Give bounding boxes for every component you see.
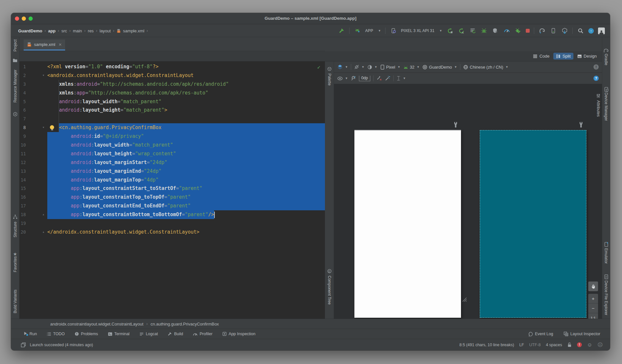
code-line-12[interactable]: 12 android:layout_marginStart="24dp" bbox=[19, 158, 325, 167]
device-preview-selected-root[interactable] bbox=[480, 130, 586, 318]
smiley-feedback-icon[interactable]: ☺ bbox=[587, 342, 592, 348]
tool-window-button-build-variants[interactable]: Build Variants bbox=[11, 290, 19, 313]
code-editor[interactable]: ✓ 1<?xml version="1.0" encoding="utf-8"?… bbox=[19, 61, 325, 319]
code-line-18[interactable]: 18▴ app:layout_constraintBottom_toBottom… bbox=[19, 210, 325, 219]
zoom-out-button[interactable]: − bbox=[588, 303, 598, 313]
code-line-19[interactable]: 19 bbox=[19, 219, 325, 228]
device-dropdown[interactable]: Pixel▼ bbox=[380, 65, 400, 70]
device-config-wrench-icon[interactable] bbox=[579, 122, 584, 128]
tool-window-button-profiler[interactable]: Profiler bbox=[193, 332, 213, 336]
autoconnect-off-icon[interactable] bbox=[351, 76, 356, 81]
tool-window-button-structure[interactable]: Structure bbox=[11, 222, 19, 237]
gradle-icon[interactable] bbox=[604, 48, 609, 53]
code-line-17[interactable]: 17 app:layout_constraintEnd_toEndOf="par… bbox=[19, 202, 325, 210]
device-preview-default[interactable] bbox=[354, 130, 461, 318]
sdk-manager-icon[interactable] bbox=[561, 27, 568, 34]
code-line-10[interactable]: 10 android:layout_width="match_parent" bbox=[19, 141, 325, 149]
component-tree-label[interactable]: Component Tree bbox=[325, 276, 334, 304]
background-tasks-icon[interactable] bbox=[21, 342, 26, 347]
line-ending[interactable]: LF bbox=[519, 343, 524, 347]
view-mode-split[interactable]: Split bbox=[553, 53, 573, 60]
profile-shield-icon[interactable] bbox=[492, 27, 499, 34]
code-line-11[interactable]: 11 android:layout_height="wrap_content" bbox=[19, 149, 325, 158]
code-line-5[interactable]: 5 android:layout_width="match_parent" bbox=[19, 97, 325, 106]
tool-window-button-terminal[interactable]: Terminal bbox=[108, 332, 130, 336]
code-line-4[interactable]: 4 xmlns:app="http://schemas.android.com/… bbox=[19, 89, 325, 97]
attributes-label[interactable]: Attributes bbox=[595, 100, 602, 117]
breadcrumb-item-main[interactable]: main bbox=[73, 28, 82, 33]
structure-icon[interactable] bbox=[13, 214, 18, 219]
api-level-dropdown[interactable]: 32▼ bbox=[403, 65, 420, 70]
chevron-down-icon[interactable]: ▼ bbox=[378, 29, 381, 32]
tool-window-button-gradle[interactable]: Gradle bbox=[602, 54, 610, 65]
caret-position[interactable]: 8:5 (491 chars, 10 line breaks) bbox=[459, 343, 514, 347]
user-avatar[interactable] bbox=[598, 28, 605, 34]
view-options-icon[interactable]: ▼ bbox=[337, 76, 348, 81]
code-line-6[interactable]: 6 android:layout_height="match_parent"> bbox=[19, 106, 325, 115]
attributes-sliders-icon[interactable] bbox=[596, 93, 601, 98]
device-file-explorer-icon[interactable] bbox=[604, 274, 609, 279]
frown-feedback-icon[interactable]: ☹ bbox=[597, 342, 603, 348]
device-manager-icon[interactable] bbox=[550, 27, 557, 34]
tool-window-button-logcat[interactable]: Logcat bbox=[139, 332, 158, 336]
device-selector[interactable]: PIXEL 3 XL API 31 bbox=[401, 28, 434, 33]
tool-window-button-event-log[interactable]: Event Log bbox=[528, 332, 553, 336]
resource-manager-icon[interactable] bbox=[13, 112, 18, 117]
tool-window-button-layout-inspector[interactable]: Layout Inspector bbox=[564, 332, 600, 336]
fold-marker-icon[interactable]: ▴ bbox=[41, 228, 46, 237]
component-tree-icon[interactable] bbox=[327, 269, 332, 274]
unlock-icon[interactable] bbox=[567, 342, 572, 347]
tool-window-button-device-file-explorer[interactable]: Device File Explorer bbox=[602, 281, 610, 315]
build-hammer-icon[interactable] bbox=[338, 27, 345, 34]
code-line-9[interactable]: 9 android:id="@+id/privacy" bbox=[19, 132, 325, 141]
tool-window-button-resource-manager[interactable]: Resource Manager bbox=[11, 70, 19, 103]
profiler-gauge-icon[interactable] bbox=[503, 27, 510, 34]
attach-debugger-icon[interactable] bbox=[514, 27, 522, 34]
device-config-wrench-icon[interactable] bbox=[453, 122, 458, 128]
guideline-tool-icon[interactable]: ▼ bbox=[397, 76, 406, 81]
tool-window-button-run[interactable]: Run bbox=[23, 331, 37, 336]
breadcrumb-item-res[interactable]: res bbox=[88, 28, 94, 33]
breadcrumb-item-app[interactable]: app bbox=[48, 28, 55, 33]
search-icon[interactable] bbox=[577, 27, 584, 34]
stop-icon[interactable] bbox=[526, 29, 530, 33]
indent-setting[interactable]: 4 spaces bbox=[546, 343, 562, 347]
code-line-16[interactable]: 16 app:layout_constraintTop_toTopOf="par… bbox=[19, 193, 325, 202]
tool-window-button-project[interactable]: Project bbox=[11, 39, 19, 51]
emulator-icon[interactable] bbox=[604, 242, 609, 247]
breadcrumb-root-tag[interactable]: androidx.constraintlayout.widget.Constra… bbox=[50, 322, 144, 326]
run-tasks-icon[interactable] bbox=[469, 27, 476, 34]
device-manager-side-icon[interactable] bbox=[604, 87, 609, 92]
rerun-icon[interactable] bbox=[446, 27, 454, 34]
tool-window-button-todo[interactable]: TODO bbox=[47, 332, 65, 336]
tool-window-button-build[interactable]: Build bbox=[167, 332, 183, 336]
status-message[interactable]: Launch succeeded (4 minutes ago) bbox=[30, 343, 93, 347]
gradle-sync-icon[interactable] bbox=[538, 27, 546, 34]
code-line-15[interactable]: 15 app:layout_constraintStart_toStartOf=… bbox=[19, 184, 325, 193]
code-line-8[interactable]: 8▾ <cn.authing.guard.PrivacyConfirmBox bbox=[19, 123, 325, 132]
code-line-14[interactable]: 14 android:layout_marginTop="4dp" bbox=[19, 176, 325, 184]
fold-marker-icon[interactable]: ▾ bbox=[41, 71, 46, 80]
theme-mode-selector[interactable]: ▼ bbox=[367, 65, 377, 70]
fold-marker-icon[interactable]: ▾ bbox=[41, 123, 46, 132]
breadcrumb-item-GuardDemo[interactable]: GuardDemo bbox=[18, 28, 42, 33]
locale-dropdown[interactable]: Chinese (zh / CN)▼ bbox=[463, 65, 508, 70]
view-mode-code[interactable]: Code bbox=[530, 53, 552, 60]
tool-window-button-emulator[interactable]: Emulator bbox=[602, 248, 610, 264]
default-margin-selector[interactable]: 0dp bbox=[359, 76, 370, 81]
code-line-7[interactable]: 7 bbox=[19, 115, 325, 123]
tool-window-button-problems[interactable]: Problems bbox=[75, 332, 98, 336]
tab-sample-xml[interactable]: <> sample.xml ✕ bbox=[24, 39, 65, 50]
design-surface-selector[interactable]: ▼ bbox=[337, 64, 348, 70]
theme-dropdown[interactable]: GuardDemo▼ bbox=[422, 65, 457, 70]
orientation-selector[interactable]: ▼ bbox=[354, 64, 364, 70]
code-line-13[interactable]: 13 android:layout_marginEnd="24dp" bbox=[19, 167, 325, 176]
run-config-selector[interactable]: APP bbox=[365, 28, 373, 33]
zoom-in-button[interactable]: + bbox=[588, 294, 598, 303]
fold-marker-icon[interactable]: ▴ bbox=[41, 210, 46, 219]
infer-constraints-icon[interactable] bbox=[385, 76, 390, 81]
chevron-down-icon[interactable]: ▼ bbox=[439, 29, 442, 32]
debug-icon[interactable] bbox=[480, 27, 488, 34]
star-icon[interactable]: ★ bbox=[13, 251, 18, 257]
apply-code-changes-icon[interactable]: A bbox=[458, 27, 465, 34]
